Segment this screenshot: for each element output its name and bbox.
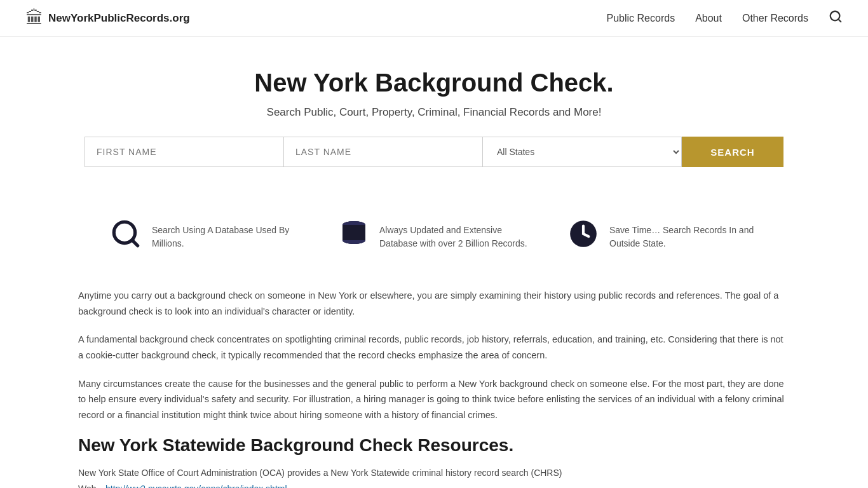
feature-search-text: Search Using A Database Used By Millions…: [152, 224, 301, 250]
hero-section: New York Background Check. Search Public…: [0, 37, 868, 212]
svg-rect-15: [342, 230, 365, 235]
nav-other-records[interactable]: Other Records: [742, 13, 808, 24]
svg-rect-16: [342, 235, 365, 240]
features-section: Search Using A Database Used By Millions…: [85, 212, 783, 281]
feature-time: Save Time… Search Records In and Outside…: [567, 218, 758, 256]
main-nav: Public Records About Other Records: [607, 10, 843, 27]
resource-web-label: Web: [78, 484, 100, 488]
feature-time-text: Save Time… Search Records In and Outside…: [609, 224, 758, 250]
nav-public-records[interactable]: Public Records: [607, 13, 675, 24]
feature-search: Search Using A Database Used By Millions…: [110, 218, 301, 256]
main-content: Anytime you carry out a background check…: [53, 281, 815, 488]
feature-database-text: Always Updated and Extensive Database wi…: [379, 224, 529, 250]
search-feature-icon: [110, 218, 142, 256]
paragraph-3: Many circumstances create the cause for …: [78, 376, 790, 423]
resource-web-row: Web http://ww2.nycourts.gov/apps/chrs/in…: [78, 484, 790, 488]
nav-about[interactable]: About: [695, 13, 722, 24]
logo-icon: 🏛: [25, 8, 43, 29]
paragraph-2: A fundamental background check concentra…: [78, 332, 790, 363]
svg-rect-14: [342, 225, 365, 230]
search-button[interactable]: SEARCH: [682, 137, 783, 167]
resource-web-link[interactable]: http://ww2.nycourts.gov/apps/chrs/index.…: [105, 484, 287, 488]
logo-link[interactable]: 🏛 NewYorkPublicRecords.org: [25, 8, 190, 29]
paragraph-1: Anytime you carry out a background check…: [78, 288, 790, 319]
page-title: New York Background Check.: [25, 69, 843, 97]
database-feature-icon: [339, 219, 369, 255]
resource-block: New York State Office of Court Administr…: [78, 466, 790, 488]
header: 🏛 NewYorkPublicRecords.org Public Record…: [0, 0, 868, 37]
svg-line-1: [838, 19, 841, 22]
feature-database: Always Updated and Extensive Database wi…: [339, 218, 529, 256]
clock-feature-icon: [567, 218, 599, 256]
last-name-input[interactable]: [283, 137, 483, 167]
first-name-input[interactable]: [85, 137, 283, 167]
hero-subtitle: Search Public, Court, Property, Criminal…: [25, 106, 843, 119]
search-icon[interactable]: [829, 10, 843, 27]
statewide-section-title: New York Statewide Background Check Reso…: [78, 435, 790, 456]
svg-line-3: [132, 240, 138, 246]
resource-description: New York State Office of Court Administr…: [78, 466, 790, 481]
search-form: All States New York California Texas Flo…: [85, 137, 783, 167]
logo-text: NewYorkPublicRecords.org: [48, 12, 190, 25]
state-select[interactable]: All States New York California Texas Flo…: [483, 137, 682, 167]
